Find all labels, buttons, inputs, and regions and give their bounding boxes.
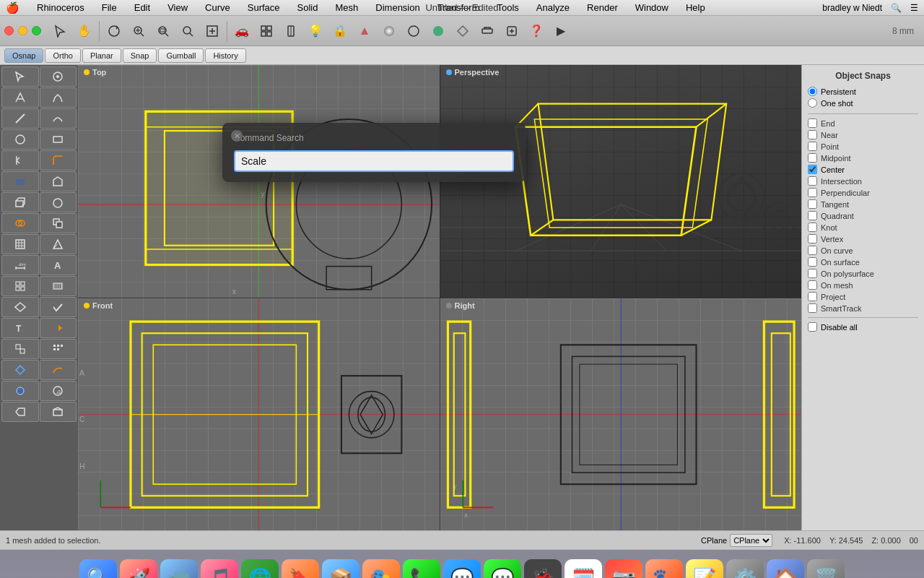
viewport-right[interactable]: x y Right: [440, 298, 802, 531]
extra-tool[interactable]: ▶: [549, 20, 572, 43]
help-tool[interactable]: ❓: [525, 20, 548, 43]
cplane-selector[interactable]: CPlane CPlane World: [701, 534, 772, 547]
deform-tool[interactable]: [40, 360, 77, 380]
transform-tool[interactable]: [1, 360, 39, 380]
snap-quadrant[interactable]: Quadrant: [808, 211, 918, 220]
layout-tool[interactable]: [1, 276, 39, 296]
rotate-view[interactable]: [103, 20, 126, 43]
dock-trash[interactable]: 🗑️: [807, 559, 845, 578]
menu-analyze[interactable]: Analyze: [533, 2, 572, 13]
zoom-extents[interactable]: [201, 20, 224, 43]
array-tool[interactable]: [40, 339, 77, 359]
dock-rhinoceros[interactable]: 🦏: [160, 559, 198, 578]
persistent-option[interactable]: Persistent: [808, 87, 918, 96]
circle-tool[interactable]: [1, 129, 39, 150]
boolean-diff[interactable]: [40, 213, 77, 233]
snap-near[interactable]: Near: [808, 130, 918, 139]
zebra-tool[interactable]: [40, 381, 77, 401]
solid-sphere[interactable]: [40, 192, 77, 212]
hatch-tool[interactable]: [40, 276, 77, 296]
select-filter[interactable]: [40, 66, 77, 87]
surface-tool[interactable]: [1, 171, 39, 191]
point-tool[interactable]: [1, 87, 39, 108]
dock-finder[interactable]: 🔍: [79, 559, 117, 578]
dock-keynote[interactable]: 🎭: [362, 559, 400, 578]
menu-file[interactable]: File: [99, 2, 120, 13]
dock-chrome[interactable]: 🌐: [241, 559, 279, 578]
menu-render[interactable]: Render: [584, 2, 621, 13]
snap-tool[interactable]: [279, 20, 302, 43]
osnap-button[interactable]: Osnap: [4, 48, 43, 63]
dock-bookmarks[interactable]: 🔖: [282, 559, 319, 578]
text-tool[interactable]: A: [40, 255, 77, 275]
apple-menu[interactable]: 🍎: [6, 1, 19, 14]
cplane-dropdown[interactable]: CPlane World: [730, 534, 772, 547]
curve-tool[interactable]: [40, 87, 77, 108]
zoom-selected[interactable]: [176, 20, 199, 43]
grid-tool[interactable]: [255, 20, 278, 43]
oneshot-option[interactable]: One shot: [808, 98, 918, 108]
history-button[interactable]: History: [205, 48, 245, 63]
snap-end[interactable]: End: [808, 118, 918, 128]
dock-music[interactable]: 🎵: [201, 559, 238, 578]
label-tool[interactable]: [1, 402, 39, 422]
fillet-tool[interactable]: [40, 150, 77, 171]
menu-solid[interactable]: Solid: [295, 2, 321, 13]
render-tool[interactable]: [451, 20, 474, 43]
dock-folder[interactable]: 🏠: [767, 559, 804, 578]
arc-tool[interactable]: [40, 108, 77, 129]
menu-mesh[interactable]: Mesh: [333, 2, 362, 13]
history-record[interactable]: [40, 318, 77, 338]
isolate-tool[interactable]: [1, 297, 39, 317]
lock-tool[interactable]: 🔒: [328, 20, 352, 43]
pan-tool[interactable]: ✋: [73, 20, 96, 43]
maximize-button[interactable]: [32, 26, 41, 35]
dock-calendar[interactable]: 🗓️: [565, 559, 602, 578]
dock-messages[interactable]: 💬: [484, 559, 521, 578]
snap-perpendicular[interactable]: Perpendicular: [808, 188, 918, 197]
menu-transform[interactable]: Transform: [435, 2, 483, 13]
rectangle-tool[interactable]: [40, 129, 77, 150]
mirror-tool[interactable]: [1, 150, 39, 171]
color-tool[interactable]: [378, 20, 401, 43]
render-btn[interactable]: [1, 381, 39, 401]
block-tool[interactable]: [1, 339, 39, 359]
menu-view[interactable]: View: [165, 2, 191, 13]
snap-on-mesh[interactable]: On mesh: [808, 280, 918, 290]
material-tool[interactable]: [476, 20, 499, 43]
boolean-union[interactable]: [1, 213, 39, 233]
snap-center[interactable]: Center: [808, 165, 918, 174]
light-tool[interactable]: 💡: [304, 20, 327, 43]
search-icon[interactable]: 🔍: [891, 3, 902, 13]
snap-intersection[interactable]: Intersection: [808, 176, 918, 186]
snap-smarttrack[interactable]: SmartTrack: [808, 303, 918, 313]
mesh-tool[interactable]: [1, 234, 39, 254]
disable-all-option[interactable]: Disable all: [808, 322, 918, 332]
snap-project[interactable]: Project: [808, 292, 918, 301]
menu-rhinoceros[interactable]: Rhinoceros: [34, 2, 87, 13]
select-objects[interactable]: [1, 66, 39, 87]
dialog-close-button[interactable]: ✕: [231, 130, 243, 142]
cage-tool[interactable]: T: [1, 318, 39, 338]
snap-on-surface[interactable]: On surface: [808, 257, 918, 267]
zoom-window[interactable]: [152, 20, 175, 43]
minimize-button[interactable]: [18, 26, 27, 35]
check-tool[interactable]: [40, 297, 77, 317]
command-search-input[interactable]: [234, 150, 514, 172]
menu-help[interactable]: Help: [683, 2, 708, 13]
mesh-repair[interactable]: [40, 234, 77, 254]
dock-stickies[interactable]: 📝: [686, 559, 723, 578]
dimension-tool[interactable]: dim: [1, 255, 39, 275]
snap-midpoint[interactable]: Midpoint: [808, 153, 918, 163]
snap-point[interactable]: Point: [808, 142, 918, 151]
snap-on-polysurface[interactable]: On polysurface: [808, 269, 918, 278]
menu-dimension[interactable]: Dimension: [372, 2, 422, 13]
snap-vertex[interactable]: Vertex: [808, 234, 918, 243]
dock-appstore[interactable]: 📦: [322, 559, 359, 578]
planar-button[interactable]: Planar: [82, 48, 121, 63]
snap-on-curve[interactable]: On curve: [808, 246, 918, 255]
ortho-button[interactable]: Ortho: [45, 48, 81, 63]
snap-tangent[interactable]: Tangent: [808, 199, 918, 209]
snap-knot[interactable]: Knot: [808, 223, 918, 232]
solid-box[interactable]: [1, 192, 39, 212]
